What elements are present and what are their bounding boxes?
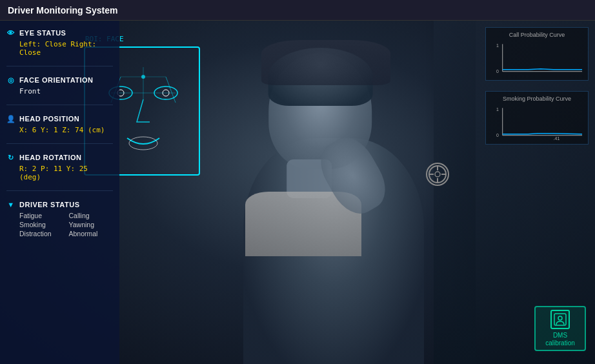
status-yawning: Yawning	[69, 221, 114, 228]
dms-icon	[550, 310, 570, 329]
rotation-icon: ↻	[6, 153, 15, 162]
left-panel: 👁 EYE STATUS Left: Close Right: Close ◎ …	[0, 21, 119, 364]
svg-text:1: 1	[496, 107, 499, 112]
chart1-area: 1 0	[490, 41, 584, 76]
divider-2	[6, 105, 113, 105]
call-probability-chart: Call Probability Curve 1 0	[485, 27, 589, 81]
status-abnormal: Abnormal	[69, 230, 114, 238]
chart1-svg: 1 0	[490, 41, 584, 76]
face-orientation-value: Front	[6, 87, 113, 96]
svg-point-27	[558, 316, 562, 320]
app: Driver Monitoring System	[0, 0, 595, 364]
main-view: ROI: FACE	[0, 21, 595, 364]
driver-status-header: ▼ DRIVER STATUS	[6, 200, 113, 209]
face-icon: ◎	[6, 76, 15, 85]
smoking-probability-chart: Smoking Probability Curve 1 0 .41	[485, 91, 589, 145]
app-title: Driver Monitoring System	[8, 5, 117, 15]
svg-point-16	[435, 172, 440, 177]
chart2-title: Smoking Probability Curve	[490, 96, 584, 102]
face-orientation-section: ◎ FACE ORIENTATION Front	[6, 76, 113, 96]
eye-status-header: 👁 EYE STATUS	[6, 28, 113, 37]
title-bar: Driver Monitoring System	[0, 0, 595, 21]
eye-icon: 👁	[6, 28, 15, 37]
face-orientation-header: ◎ FACE ORIENTATION	[6, 76, 113, 85]
head-position-header: 👤 HEAD POSITION	[6, 114, 113, 123]
chart2-area: 1 0 .41	[490, 105, 584, 140]
eye-status-value: Left: Close Right: Close	[6, 40, 113, 57]
divider-4	[6, 190, 113, 191]
divider-3	[6, 143, 113, 144]
dms-calibration-button[interactable]: DMScalibration	[534, 306, 586, 351]
driver-icon: ▼	[6, 200, 15, 209]
chart2-svg: 1 0 .41	[490, 105, 584, 140]
divider-1	[6, 66, 113, 66]
driver-status-section: ▼ DRIVER STATUS Fatigue Calling Smoking …	[6, 200, 113, 238]
svg-text:.41: .41	[554, 136, 560, 140]
driver-status-grid: Fatigue Calling Smoking Yawning Distract…	[6, 212, 113, 238]
head-icon: 👤	[6, 114, 15, 123]
status-fatigue: Fatigue	[19, 212, 64, 219]
status-calling: Calling	[69, 212, 114, 219]
head-position-section: 👤 HEAD POSITION X: 6 Y: 1 Z: 74 (cm)	[6, 114, 113, 134]
head-position-value: X: 6 Y: 1 Z: 74 (cm)	[6, 126, 113, 134]
right-panel: Call Probability Curve 1 0 S	[485, 27, 589, 145]
chart1-title: Call Probability Curve	[490, 32, 584, 38]
svg-text:1: 1	[496, 43, 499, 48]
head-rotation-value: R: 2 P: 11 Y: 25 (deg)	[6, 165, 113, 181]
crosshair-icon	[426, 163, 449, 186]
svg-text:0: 0	[496, 69, 499, 74]
status-distraction: Distraction	[19, 230, 64, 238]
head-rotation-header: ↻ HEAD ROTATION	[6, 153, 113, 162]
svg-text:0: 0	[496, 133, 499, 137]
head-rotation-section: ↻ HEAD ROTATION R: 2 P: 11 Y: 25 (deg)	[6, 153, 113, 181]
dms-label: DMScalibration	[545, 332, 575, 347]
status-smoking: Smoking	[19, 221, 64, 228]
eye-status-section: 👁 EYE STATUS Left: Close Right: Close	[6, 28, 113, 57]
